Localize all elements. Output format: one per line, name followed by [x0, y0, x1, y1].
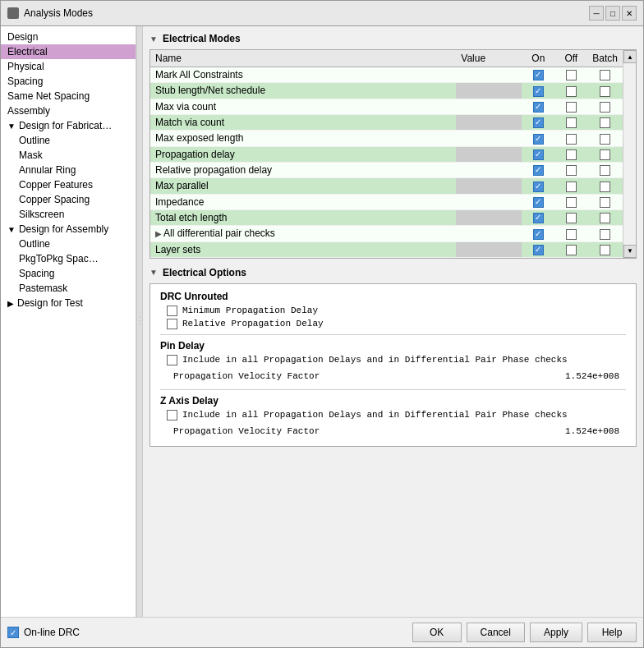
checkbox-batch-prop-delay[interactable]: [600, 149, 610, 160]
diff-pair-expand-arrow[interactable]: ▶: [155, 229, 162, 238]
checkbox-on-stub[interactable]: [533, 86, 544, 97]
checkbox-off-prop-delay[interactable]: [566, 149, 577, 160]
row-on-diff-pair[interactable]: [522, 226, 554, 241]
close-button[interactable]: ✕: [622, 6, 637, 21]
checkbox-on-total-etch[interactable]: [533, 213, 544, 223]
row-on-mark-all[interactable]: [522, 67, 554, 83]
checkbox-batch-stub[interactable]: [600, 86, 610, 97]
checkbox-on-max-via[interactable]: [533, 102, 544, 113]
checkbox-on-max-exposed[interactable]: [533, 134, 544, 145]
row-batch-impedance[interactable]: [587, 194, 623, 209]
nav-item-electrical[interactable]: Electrical: [1, 44, 136, 59]
row-on-stub[interactable]: [522, 83, 554, 99]
row-off-prop-delay[interactable]: [554, 146, 587, 162]
checkbox-batch-max-parallel[interactable]: [600, 182, 610, 192]
nav-item-fab-mask[interactable]: Mask: [1, 148, 136, 163]
nav-section-test[interactable]: ▶ Design for Test: [1, 296, 136, 310]
checkbox-batch-mark-all[interactable]: [600, 70, 610, 80]
row-on-max-parallel[interactable]: [522, 178, 554, 194]
nav-item-asm-spacing[interactable]: Spacing: [1, 266, 136, 281]
checkbox-on-rel-prop[interactable]: [533, 165, 544, 176]
nav-item-spacing[interactable]: Spacing: [1, 74, 136, 89]
row-off-diff-pair[interactable]: [554, 226, 587, 241]
row-off-max-via[interactable]: [554, 99, 587, 114]
checkbox-batch-total-etch[interactable]: [600, 213, 610, 223]
row-off-total-etch[interactable]: [554, 209, 587, 225]
row-off-impedance[interactable]: [554, 194, 587, 209]
cancel-button[interactable]: Cancel: [467, 623, 525, 642]
ok-button[interactable]: OK: [412, 623, 462, 642]
checkbox-off-layer-sets[interactable]: [566, 245, 577, 255]
nav-item-asm-pastemask[interactable]: Pastemask: [1, 281, 136, 296]
row-batch-mark-all[interactable]: [587, 67, 623, 83]
checkbox-off-impedance[interactable]: [566, 197, 577, 208]
row-off-match-via[interactable]: [554, 114, 587, 130]
row-off-max-parallel[interactable]: [554, 178, 587, 194]
row-off-rel-prop[interactable]: [554, 162, 587, 177]
checkbox-batch-max-exposed[interactable]: [600, 134, 610, 145]
nav-item-assembly[interactable]: Assembly: [1, 103, 136, 118]
row-off-stub[interactable]: [554, 83, 587, 99]
row-batch-prop-delay[interactable]: [587, 146, 623, 162]
row-batch-rel-prop[interactable]: [587, 162, 623, 177]
checkbox-off-total-etch[interactable]: [566, 213, 577, 223]
nav-item-same-net-spacing[interactable]: Same Net Spacing: [1, 89, 136, 103]
checkbox-off-diff-pair[interactable]: [566, 229, 577, 240]
maximize-button[interactable]: □: [605, 6, 620, 21]
nav-item-fab-outline[interactable]: Outline: [1, 133, 136, 148]
nav-item-asm-pkgtopkg[interactable]: PkgToPkg Spac…: [1, 251, 136, 266]
nav-item-fab-copper-spacing[interactable]: Copper Spacing: [1, 192, 136, 207]
nav-section-assembly[interactable]: ▼ Design for Assembly: [1, 222, 136, 237]
row-batch-stub[interactable]: [587, 83, 623, 99]
scroll-up-btn[interactable]: ▲: [623, 50, 636, 63]
checkbox-off-rel-prop[interactable]: [566, 165, 577, 176]
checkbox-batch-rel-prop[interactable]: [600, 165, 610, 176]
checkbox-on-max-parallel[interactable]: [533, 182, 544, 192]
checkbox-z-axis-include[interactable]: [167, 410, 177, 421]
nav-item-asm-outline[interactable]: Outline: [1, 237, 136, 251]
scroll-track[interactable]: [623, 63, 636, 245]
checkbox-on-impedance[interactable]: [533, 197, 544, 208]
checkbox-off-max-parallel[interactable]: [566, 182, 577, 192]
nav-item-physical[interactable]: Physical: [1, 59, 136, 74]
checkbox-online-drc[interactable]: [7, 627, 19, 638]
panel-splitter[interactable]: ···: [136, 26, 143, 617]
row-batch-max-parallel[interactable]: [587, 178, 623, 194]
row-on-total-etch[interactable]: [522, 209, 554, 225]
row-batch-diff-pair[interactable]: [587, 226, 623, 241]
checkbox-off-max-via[interactable]: [566, 102, 577, 113]
apply-button[interactable]: Apply: [530, 623, 582, 642]
nav-item-fab-copper-features[interactable]: Copper Features: [1, 177, 136, 192]
checkbox-batch-match-via[interactable]: [600, 117, 610, 128]
row-on-rel-prop[interactable]: [522, 162, 554, 177]
checkbox-batch-max-via[interactable]: [600, 102, 610, 113]
row-on-max-via[interactable]: [522, 99, 554, 114]
checkbox-on-match-via[interactable]: [533, 117, 544, 128]
scroll-down-btn[interactable]: ▼: [623, 245, 636, 258]
row-off-layer-sets[interactable]: [554, 241, 587, 257]
row-on-prop-delay[interactable]: [522, 146, 554, 162]
row-off-mark-all[interactable]: [554, 67, 587, 83]
checkbox-on-prop-delay[interactable]: [533, 149, 544, 160]
row-batch-max-exposed[interactable]: [587, 131, 623, 146]
row-on-layer-sets[interactable]: [522, 241, 554, 257]
checkbox-pin-delay-include[interactable]: [167, 355, 177, 365]
row-off-max-exposed[interactable]: [554, 131, 587, 146]
checkbox-rel-prop-delay[interactable]: [167, 319, 177, 329]
checkbox-on-layer-sets[interactable]: [533, 245, 544, 255]
checkbox-off-mark-all[interactable]: [566, 70, 577, 80]
row-batch-match-via[interactable]: [587, 114, 623, 130]
checkbox-batch-layer-sets[interactable]: [600, 245, 610, 255]
minimize-button[interactable]: ─: [589, 6, 604, 21]
checkbox-batch-impedance[interactable]: [600, 197, 610, 208]
nav-item-design[interactable]: Design: [1, 30, 136, 44]
row-on-impedance[interactable]: [522, 194, 554, 209]
row-batch-layer-sets[interactable]: [587, 241, 623, 257]
row-on-max-exposed[interactable]: [522, 131, 554, 146]
checkbox-off-stub[interactable]: [566, 86, 577, 97]
row-batch-total-etch[interactable]: [587, 209, 623, 225]
checkbox-off-max-exposed[interactable]: [566, 134, 577, 145]
checkbox-batch-diff-pair[interactable]: [600, 229, 610, 240]
checkbox-on-diff-pair[interactable]: [533, 229, 544, 240]
table-scrollbar[interactable]: ▲ ▼: [623, 50, 636, 258]
